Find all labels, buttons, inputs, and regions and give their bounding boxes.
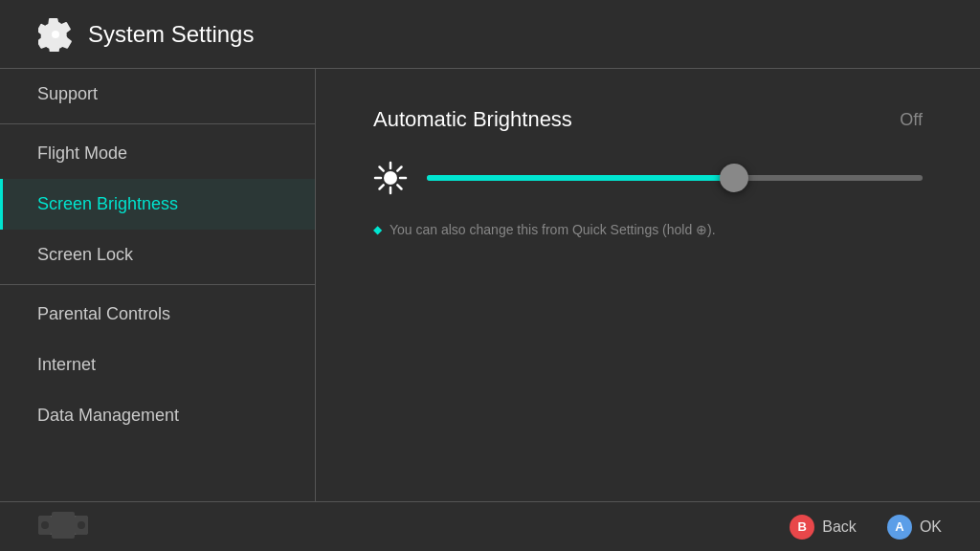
footer: B Back A OK — [0, 501, 980, 551]
page-title: System Settings — [88, 21, 254, 48]
svg-line-6 — [397, 185, 401, 188]
slider-thumb[interactable] — [720, 164, 748, 192]
sidebar-item-data-management[interactable]: Data Management — [0, 390, 315, 441]
content-area: Automatic Brightness Off — [316, 69, 980, 501]
svg-point-0 — [384, 171, 397, 185]
a-button-icon: A — [887, 515, 912, 540]
hint-label: You can also change this from Quick Sett… — [390, 222, 716, 237]
sidebar-item-parental-controls[interactable]: Parental Controls — [0, 289, 315, 340]
header: System Settings — [0, 0, 980, 69]
svg-line-8 — [380, 185, 384, 188]
brightness-slider-container — [373, 161, 923, 195]
hint-text: ◆ You can also change this from Quick Se… — [373, 222, 923, 237]
gear-icon — [38, 17, 73, 52]
sidebar-item-support[interactable]: Support — [0, 69, 315, 120]
back-label: Back — [822, 518, 857, 536]
back-button[interactable]: B Back — [790, 515, 857, 540]
svg-line-7 — [397, 167, 401, 171]
svg-rect-12 — [52, 512, 75, 539]
svg-point-13 — [41, 521, 49, 529]
brightness-row: Automatic Brightness Off — [373, 107, 923, 132]
sun-icon — [373, 161, 408, 195]
b-button-icon: B — [790, 515, 814, 540]
svg-point-14 — [78, 521, 85, 529]
automatic-brightness-value: Off — [900, 110, 923, 130]
sidebar-item-internet[interactable]: Internet — [0, 340, 315, 390]
hint-diamond-icon: ◆ — [373, 223, 382, 236]
sidebar: Support Flight Mode Screen Brightness Sc… — [0, 69, 316, 501]
console-icon — [38, 512, 88, 539]
ok-label: OK — [920, 518, 942, 536]
svg-line-5 — [380, 167, 384, 171]
sidebar-item-screen-lock[interactable]: Screen Lock — [0, 230, 315, 280]
content-title: Automatic Brightness — [373, 107, 572, 132]
console-icon-container — [38, 512, 88, 542]
sidebar-item-flight-mode[interactable]: Flight Mode — [0, 128, 315, 179]
sidebar-item-screen-brightness[interactable]: Screen Brightness — [0, 179, 315, 230]
main-layout: Support Flight Mode Screen Brightness Sc… — [0, 69, 980, 501]
slider-fill — [427, 175, 734, 181]
brightness-slider[interactable] — [427, 175, 923, 181]
ok-button[interactable]: A OK — [887, 515, 942, 540]
